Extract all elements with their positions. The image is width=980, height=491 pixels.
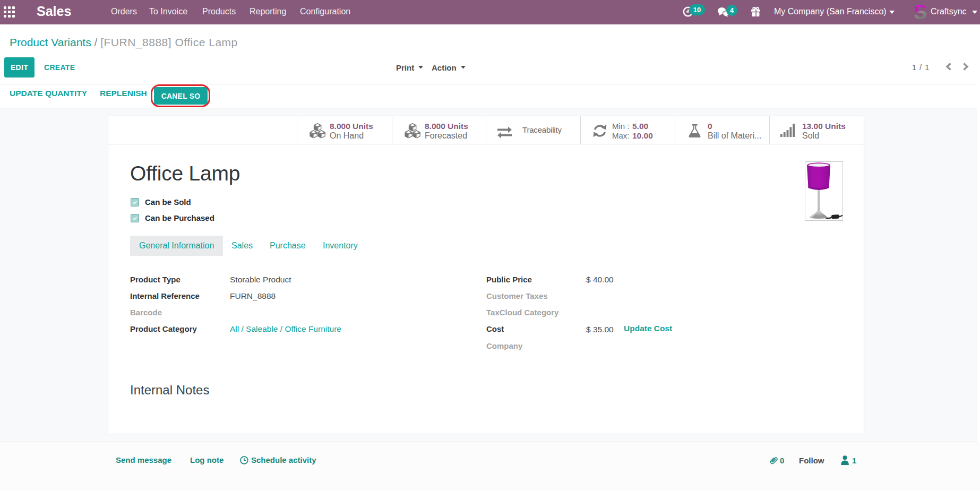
svg-text:S: S [914, 3, 927, 23]
